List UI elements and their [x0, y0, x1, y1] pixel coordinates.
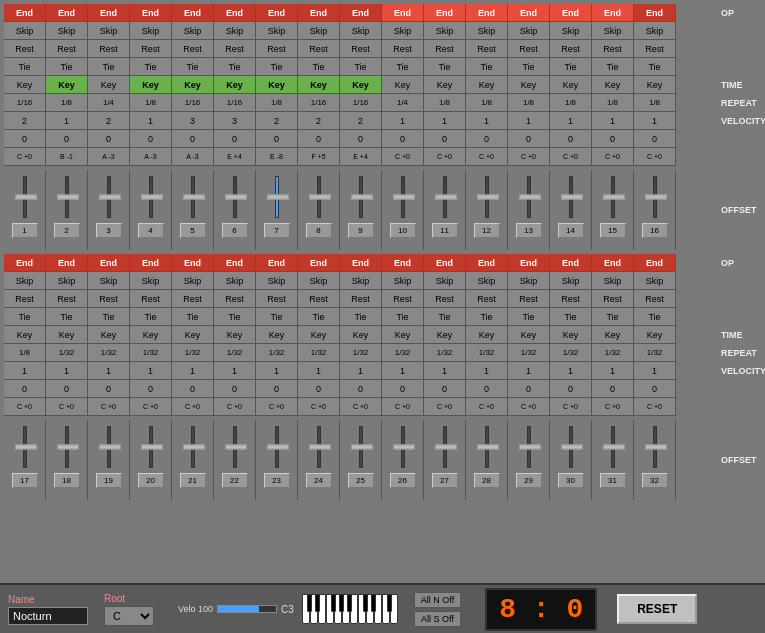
- offset-thumb-11[interactable]: [435, 195, 457, 200]
- offset-track-20[interactable]: [149, 426, 153, 468]
- offset-track-9[interactable]: [359, 176, 363, 218]
- note-cell-27[interactable]: C +0: [424, 398, 465, 416]
- velo-bar[interactable]: [217, 605, 277, 613]
- step-num-btn-4[interactable]: 4: [138, 223, 164, 238]
- offset-thumb-10[interactable]: [393, 195, 415, 200]
- offset-thumb-28[interactable]: [477, 445, 499, 450]
- offset-thumb-8[interactable]: [309, 195, 331, 200]
- offset-thumb-2[interactable]: [57, 195, 79, 200]
- time-cell-22[interactable]: 1/32: [214, 344, 255, 362]
- velocity-cell-31[interactable]: 0: [592, 380, 633, 398]
- skip-cell-30[interactable]: Skip: [550, 272, 591, 290]
- time-cell-19[interactable]: 1/32: [88, 344, 129, 362]
- root-select[interactable]: CC#DD# EFF#G G#AA#B: [104, 606, 154, 626]
- velocity-cell-18[interactable]: 0: [46, 380, 87, 398]
- end-cell-25[interactable]: End: [340, 254, 381, 272]
- rest-cell-16[interactable]: Rest: [634, 40, 675, 58]
- velocity-cell-8[interactable]: 0: [298, 130, 339, 148]
- offset-thumb-17[interactable]: [15, 445, 37, 450]
- skip-cell-10[interactable]: Skip: [382, 22, 423, 40]
- repeat-cell-29[interactable]: 1: [508, 362, 549, 380]
- offset-thumb-12[interactable]: [477, 195, 499, 200]
- repeat-cell-28[interactable]: 1: [466, 362, 507, 380]
- skip-cell-32[interactable]: Skip: [634, 272, 675, 290]
- repeat-cell-22[interactable]: 1: [214, 362, 255, 380]
- offset-thumb-15[interactable]: [603, 195, 625, 200]
- note-cell-23[interactable]: C +0: [256, 398, 297, 416]
- step-num-btn-16[interactable]: 16: [642, 223, 668, 238]
- time-cell-7[interactable]: 1/8: [256, 94, 297, 112]
- piano-key-cs[interactable]: [307, 594, 312, 612]
- offset-thumb-20[interactable]: [141, 445, 163, 450]
- velocity-cell-12[interactable]: 0: [466, 130, 507, 148]
- velocity-cell-32[interactable]: 0: [634, 380, 675, 398]
- velocity-cell-17[interactable]: 0: [4, 380, 45, 398]
- key-cell-27[interactable]: Key: [424, 326, 465, 344]
- rest-cell-2[interactable]: Rest: [46, 40, 87, 58]
- offset-track-12[interactable]: [485, 176, 489, 218]
- end-cell-20[interactable]: End: [130, 254, 171, 272]
- skip-cell-25[interactable]: Skip: [340, 272, 381, 290]
- skip-cell-2[interactable]: Skip: [46, 22, 87, 40]
- offset-thumb-14[interactable]: [561, 195, 583, 200]
- offset-thumb-6[interactable]: [225, 195, 247, 200]
- offset-track-14[interactable]: [569, 176, 573, 218]
- key-cell-25[interactable]: Key: [340, 326, 381, 344]
- note-cell-13[interactable]: C +0: [508, 148, 549, 166]
- offset-track-11[interactable]: [443, 176, 447, 218]
- offset-track-32[interactable]: [653, 426, 657, 468]
- tie-cell-14[interactable]: Tie: [550, 58, 591, 76]
- offset-thumb-27[interactable]: [435, 445, 457, 450]
- rest-cell-14[interactable]: Rest: [550, 40, 591, 58]
- end-cell-7[interactable]: End: [256, 4, 297, 22]
- offset-thumb-19[interactable]: [99, 445, 121, 450]
- offset-track-3[interactable]: [107, 176, 111, 218]
- key-cell-2[interactable]: Key: [46, 76, 87, 94]
- tie-cell-31[interactable]: Tie: [592, 308, 633, 326]
- skip-cell-4[interactable]: Skip: [130, 22, 171, 40]
- note-cell-26[interactable]: C +0: [382, 398, 423, 416]
- end-cell-27[interactable]: End: [424, 254, 465, 272]
- key-cell-31[interactable]: Key: [592, 326, 633, 344]
- rest-cell-4[interactable]: Rest: [130, 40, 171, 58]
- velocity-cell-25[interactable]: 0: [340, 380, 381, 398]
- step-num-btn-20[interactable]: 20: [138, 473, 164, 488]
- time-cell-12[interactable]: 1/8: [466, 94, 507, 112]
- key-cell-22[interactable]: Key: [214, 326, 255, 344]
- repeat-cell-9[interactable]: 2: [340, 112, 381, 130]
- velocity-cell-1[interactable]: 0: [4, 130, 45, 148]
- step-num-btn-17[interactable]: 17: [12, 473, 38, 488]
- step-num-btn-6[interactable]: 6: [222, 223, 248, 238]
- skip-cell-16[interactable]: Skip: [634, 22, 675, 40]
- rest-cell-28[interactable]: Rest: [466, 290, 507, 308]
- time-cell-29[interactable]: 1/32: [508, 344, 549, 362]
- note-cell-2[interactable]: B -1: [46, 148, 87, 166]
- rest-cell-20[interactable]: Rest: [130, 290, 171, 308]
- velocity-cell-6[interactable]: 0: [214, 130, 255, 148]
- step-num-btn-12[interactable]: 12: [474, 223, 500, 238]
- key-cell-29[interactable]: Key: [508, 326, 549, 344]
- note-cell-32[interactable]: C +0: [634, 398, 675, 416]
- note-cell-30[interactable]: C +0: [550, 398, 591, 416]
- note-cell-24[interactable]: C +0: [298, 398, 339, 416]
- all-n-off-button[interactable]: All N Off: [414, 592, 461, 608]
- offset-track-31[interactable]: [611, 426, 615, 468]
- note-cell-16[interactable]: C +0: [634, 148, 675, 166]
- key-cell-17[interactable]: Key: [4, 326, 45, 344]
- velocity-cell-14[interactable]: 0: [550, 130, 591, 148]
- velocity-cell-2[interactable]: 0: [46, 130, 87, 148]
- velocity-cell-9[interactable]: 0: [340, 130, 381, 148]
- velocity-cell-3[interactable]: 0: [88, 130, 129, 148]
- end-cell-8[interactable]: End: [298, 4, 339, 22]
- note-cell-3[interactable]: A -3: [88, 148, 129, 166]
- key-cell-20[interactable]: Key: [130, 326, 171, 344]
- repeat-cell-31[interactable]: 1: [592, 362, 633, 380]
- velocity-cell-27[interactable]: 0: [424, 380, 465, 398]
- repeat-cell-32[interactable]: 1: [634, 362, 675, 380]
- repeat-cell-2[interactable]: 1: [46, 112, 87, 130]
- repeat-cell-15[interactable]: 1: [592, 112, 633, 130]
- offset-thumb-16[interactable]: [645, 195, 667, 200]
- repeat-cell-8[interactable]: 2: [298, 112, 339, 130]
- end-cell-12[interactable]: End: [466, 4, 507, 22]
- tie-cell-5[interactable]: Tie: [172, 58, 213, 76]
